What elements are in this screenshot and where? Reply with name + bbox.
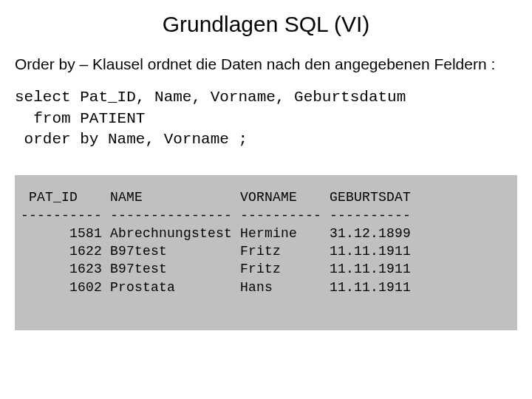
output-row: 1602 Prostata Hans 11.11.1911 [21, 280, 411, 295]
sql-line-2: from PATIENT [15, 110, 145, 127]
output-row: 1623 B97test Fritz 11.11.1911 [21, 262, 411, 276]
output-row: 1581 Abrechnungstest Hermine 31.12.1899 [21, 226, 411, 241]
sql-code-block: select Pat_ID, Name, Vorname, Geburtsdat… [15, 87, 517, 150]
description-text: Order by – Klausel ordnet die Daten nach… [15, 55, 517, 74]
output-header: PAT_ID NAME VORNAME GEBURTSDAT [21, 190, 411, 205]
sql-line-1: select Pat_ID, Name, Vorname, Geburtsdat… [15, 89, 406, 106]
page-title: Grundlagen SQL (VI) [15, 12, 517, 37]
query-output-box: PAT_ID NAME VORNAME GEBURTSDAT ---------… [15, 175, 517, 330]
sql-line-3: order by Name, Vorname ; [15, 131, 248, 148]
output-divider: ---------- --------------- ---------- --… [21, 208, 411, 223]
slide: Grundlagen SQL (VI) Order by – Klausel o… [0, 0, 532, 399]
output-row: 1622 B97test Fritz 11.11.1911 [21, 244, 411, 259]
